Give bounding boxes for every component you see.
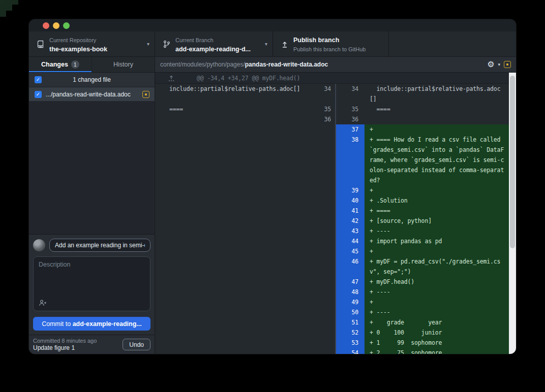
changed-files-label: 1 changed file — [73, 76, 111, 83]
commit-description-box[interactable] — [33, 256, 150, 311]
tab-changes[interactable]: Changes 1 — [29, 57, 92, 72]
undo-bar: Committed 8 minutes ago Update figure 1 … — [29, 335, 155, 354]
file-checkbox[interactable]: ✓ — [35, 91, 42, 98]
diff-new-text: + — [365, 185, 516, 195]
zoom-window-button[interactable] — [63, 22, 70, 29]
diff-old-line-number[interactable] — [316, 338, 335, 348]
diff-new-line-number[interactable]: 40 — [335, 195, 365, 206]
diff-row: 44+ import pandas as pd — [155, 236, 516, 246]
changes-count-badge: 1 — [71, 60, 79, 69]
diff-old-line-number[interactable] — [316, 195, 335, 206]
gear-icon[interactable]: ⚙ — [487, 60, 494, 69]
file-row[interactable]: ✓ .../pandas-read-write-data.adoc — [29, 87, 155, 101]
diff-new-line-number[interactable]: 44 — [335, 236, 365, 246]
diff-old-text — [155, 114, 316, 124]
diff-old-text — [155, 338, 316, 348]
file-path: content/modules/python/pages/pandas-read… — [160, 61, 328, 68]
diff-old-line-number[interactable]: 35 — [316, 104, 335, 114]
diff-new-line-number[interactable]: 38 — [335, 135, 365, 185]
diff-new-line-number[interactable]: 45 — [335, 246, 365, 256]
diff-old-line-number[interactable] — [316, 256, 335, 277]
current-branch-button[interactable]: Current Branch add-example-reading-d... … — [155, 31, 273, 56]
diff-new-line-number[interactable]: 51 — [335, 317, 365, 328]
diff-new-line-number[interactable]: 36 — [335, 114, 365, 124]
close-window-button[interactable] — [43, 22, 49, 29]
diff-old-text — [155, 216, 316, 226]
diff-old-line-number[interactable] — [316, 328, 335, 338]
diff-old-line-number[interactable] — [316, 216, 335, 226]
diff-new-line-number[interactable]: 37 — [335, 124, 365, 135]
publish-subtitle: Publish this branch to GitHub — [293, 46, 366, 52]
diff-scrollbar[interactable] — [509, 73, 516, 354]
modified-status-icon — [142, 91, 149, 98]
chevron-down-icon[interactable]: ▾ — [498, 62, 500, 67]
file-list-empty-area — [29, 101, 155, 235]
diff-row: 40+ .Solution — [155, 195, 516, 206]
diff-new-line-number[interactable]: 35 — [335, 104, 365, 114]
diff-old-text: include::partial$relative-paths.adoc[] — [155, 84, 316, 104]
tab-history[interactable]: History — [92, 57, 155, 72]
diff-old-line-number[interactable] — [316, 277, 335, 287]
upload-icon — [281, 40, 289, 48]
diff-old-line-number[interactable] — [316, 206, 335, 216]
expand-hunk-icon[interactable] — [168, 75, 175, 82]
diff-old-line-number[interactable]: 36 — [316, 114, 335, 124]
diff-new-line-number[interactable]: 42 — [335, 216, 365, 226]
diff-row: 41+ ==== — [155, 206, 516, 216]
minimize-window-button[interactable] — [53, 22, 59, 29]
diff-old-line-number[interactable] — [316, 317, 335, 328]
diff-new-text: + myDF = pd.read_csv("./grades_semi.csv"… — [365, 256, 516, 277]
diff-old-text — [155, 256, 316, 277]
diff-old-line-number[interactable] — [316, 287, 335, 297]
diff-old-line-number[interactable]: 34 — [316, 84, 335, 104]
commit-description-input[interactable] — [39, 261, 145, 292]
diff-new-line-number[interactable]: 54 — [335, 348, 365, 354]
modified-status-icon — [504, 61, 511, 68]
titlebar[interactable] — [29, 19, 516, 31]
diff-new-line-number[interactable]: 52 — [335, 328, 365, 338]
diff-old-text — [155, 246, 316, 256]
diff-old-line-number[interactable] — [316, 246, 335, 256]
diff-old-line-number[interactable] — [316, 124, 335, 135]
current-repository-button[interactable]: Current Repository the-examples-book ▾ — [29, 31, 155, 56]
sidebar-tabs: Changes 1 History — [29, 57, 155, 73]
main-content: Changes 1 History ✓ 1 changed file ✓ ...… — [29, 57, 516, 354]
diff-old-line-number[interactable] — [316, 226, 335, 236]
diff-new-line-number[interactable]: 50 — [335, 307, 365, 317]
diff-old-text — [155, 124, 316, 135]
select-all-checkbox[interactable]: ✓ — [35, 76, 42, 83]
scrollbar-thumb[interactable] — [510, 76, 515, 248]
commit-button[interactable]: Commit to add-example-reading... — [33, 317, 150, 331]
diff-file-header: content/modules/python/pages/pandas-read… — [155, 57, 516, 73]
diff-new-line-number[interactable]: 49 — [335, 297, 365, 307]
diff-old-line-number[interactable] — [316, 307, 335, 317]
branch-name: add-example-reading-d... — [175, 46, 251, 53]
undo-button[interactable]: Undo — [123, 339, 150, 350]
repository-icon — [37, 40, 45, 48]
add-coauthor-icon[interactable] — [39, 299, 47, 307]
diff-new-line-number[interactable]: 43 — [335, 226, 365, 236]
diff-old-line-number[interactable] — [316, 135, 335, 185]
diff-rows: include::partial$relative-paths.adoc[]34… — [155, 84, 516, 354]
diff-old-text — [155, 328, 316, 338]
diff-old-text — [155, 236, 316, 246]
diff-row: 48+ ---- — [155, 287, 516, 297]
diff-old-line-number[interactable] — [316, 297, 335, 307]
diff-new-line-number[interactable]: 41 — [335, 206, 365, 216]
diff-new-line-number[interactable]: 46 — [335, 256, 365, 277]
changes-summary-row[interactable]: ✓ 1 changed file — [29, 73, 155, 87]
diff-old-line-number[interactable] — [316, 185, 335, 195]
branch-icon — [163, 40, 171, 48]
diff-row: 43+ ---- — [155, 226, 516, 236]
diff-new-line-number[interactable]: 53 — [335, 338, 365, 348]
diff-new-line-number[interactable]: 34 — [335, 84, 365, 104]
diff-new-line-number[interactable]: 48 — [335, 287, 365, 297]
diff-row: 54+ 2 75 sophomore — [155, 348, 516, 354]
diff-new-line-number[interactable]: 47 — [335, 277, 365, 287]
publish-branch-button[interactable]: Publish branch Publish this branch to Gi… — [273, 31, 389, 56]
diff-old-line-number[interactable] — [316, 236, 335, 246]
commit-summary-input[interactable] — [49, 239, 150, 252]
diff-new-line-number[interactable]: 39 — [335, 185, 365, 195]
diff-old-line-number[interactable] — [316, 348, 335, 354]
hunk-header: @@ -34,4 +34,27 @@ myDF.head() — [155, 73, 516, 84]
